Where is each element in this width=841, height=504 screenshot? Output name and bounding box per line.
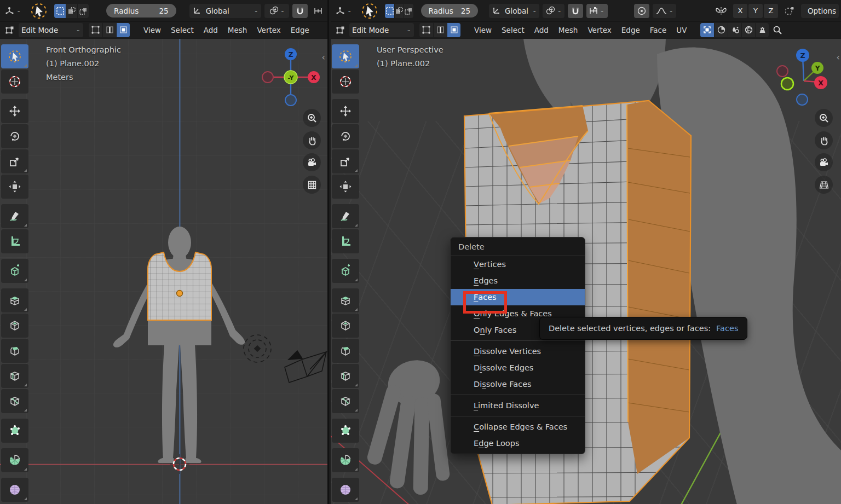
camera-view-button[interactable] <box>303 153 321 171</box>
edge-select-mode[interactable] <box>433 23 447 37</box>
search-button[interactable] <box>770 23 785 37</box>
edge-select-mode[interactable] <box>102 23 116 37</box>
proportional-editing-toggle[interactable] <box>634 4 649 18</box>
tool-move[interactable] <box>332 99 359 123</box>
tool-poly-build[interactable] <box>1 419 28 443</box>
tool-inset-faces[interactable] <box>1 314 28 338</box>
tool-knife[interactable] <box>332 389 359 413</box>
menu-mesh[interactable]: Mesh <box>554 24 583 37</box>
face-select-mode[interactable] <box>116 23 130 37</box>
mode-dropdown[interactable]: Edit Mode ⌄ <box>19 23 83 37</box>
symmetry-x-toggle[interactable]: X <box>733 4 747 18</box>
face-select-mode[interactable] <box>447 23 460 37</box>
sidebar-collapse-arrow[interactable]: ‹ <box>322 52 325 62</box>
menu-select[interactable]: Select <box>497 24 529 37</box>
select-mode-extend[interactable] <box>394 4 404 18</box>
editor-type-button[interactable]: ⌄ <box>333 4 354 18</box>
tool-rotate[interactable] <box>1 124 28 148</box>
editor-type-button[interactable]: ⌄ <box>2 4 24 18</box>
tool-extrude-region[interactable] <box>1 288 28 312</box>
tool-smooth[interactable] <box>1 478 28 502</box>
tool-rotate[interactable] <box>332 124 359 148</box>
tool-transform[interactable] <box>1 175 28 199</box>
pivot-point-dropdown[interactable]: ⌄ <box>264 4 289 18</box>
menu-add[interactable]: Add <box>199 24 223 37</box>
tool-spin[interactable] <box>1 448 28 472</box>
menu-select[interactable]: Select <box>166 24 199 37</box>
tool-knife[interactable] <box>1 389 28 413</box>
menu-vertex[interactable]: Vertex <box>583 24 616 37</box>
radius-slider[interactable]: Radius 25 <box>421 4 478 18</box>
snap-with-dropdown[interactable]: ⌄ <box>586 4 608 18</box>
menu-item-dissolve-vertices[interactable]: Dissolve Vertices <box>451 343 585 360</box>
menu-edge[interactable]: Edge <box>617 24 645 37</box>
select-mode-extend[interactable] <box>66 4 77 18</box>
editor-corner-button[interactable] <box>2 23 18 37</box>
tool-bevel[interactable] <box>1 339 28 363</box>
tool-tweak-select[interactable] <box>1 44 28 68</box>
menu-item-dissolve-edges[interactable]: Dissolve Edges <box>451 360 585 376</box>
menu-view[interactable]: View <box>139 24 166 37</box>
menu-uv[interactable]: UV <box>671 24 692 37</box>
snap-toggle-button[interactable] <box>292 4 308 18</box>
tool-move[interactable] <box>1 99 28 123</box>
tool-add-cube[interactable] <box>332 259 359 283</box>
symmetry-y-toggle[interactable]: Y <box>748 4 763 18</box>
transform-orientation-dropdown[interactable]: Global ⌄ <box>489 4 539 18</box>
perspective-toggle-button[interactable] <box>815 176 833 194</box>
menu-item-dissolve-faces[interactable]: Dissolve Faces <box>451 376 585 392</box>
menu-view[interactable]: View <box>469 24 497 37</box>
shading-wireframe[interactable] <box>714 23 728 37</box>
tool-inset-faces[interactable] <box>332 314 359 338</box>
menu-vertex[interactable]: Vertex <box>252 24 285 37</box>
active-tool-indicator[interactable] <box>358 4 382 18</box>
falloff-dropdown[interactable]: ⌄ <box>653 4 676 18</box>
zoom-button[interactable] <box>815 109 833 127</box>
menu-face[interactable]: Face <box>645 24 672 37</box>
navigation-gizmo[interactable]: Z Y X <box>769 49 834 114</box>
menu-item-edges[interactable]: Edges <box>451 273 585 289</box>
select-mode-new[interactable] <box>54 4 66 18</box>
shading-material[interactable] <box>741 23 755 37</box>
viewport-user-perspective[interactable]: User Perspective (1) Plane.002 Z Y X <box>331 39 841 504</box>
camera-view-button[interactable] <box>815 153 833 171</box>
tool-measure[interactable] <box>1 229 28 253</box>
tool-tweak-select[interactable] <box>332 44 359 68</box>
tool-cursor[interactable] <box>1 69 28 94</box>
shading-solid[interactable] <box>728 23 741 37</box>
tool-annotate[interactable] <box>1 204 28 228</box>
menu-item-faces[interactable]: Faces <box>451 289 585 305</box>
menu-item-limited-dissolve[interactable]: Limited Dissolve <box>451 397 585 414</box>
tool-loop-cut[interactable] <box>332 364 359 388</box>
active-tool-indicator[interactable] <box>27 4 51 18</box>
pan-button[interactable] <box>815 131 833 149</box>
transform-orientation-dropdown[interactable]: Global ⌄ <box>189 4 261 18</box>
select-mode-new[interactable] <box>385 4 394 18</box>
tool-poly-build[interactable] <box>332 419 359 443</box>
vertex-select-mode[interactable] <box>89 23 102 37</box>
tool-transform[interactable] <box>332 175 359 199</box>
menu-item-collapse-edges-faces[interactable]: Collapse Edges & Faces <box>451 419 585 435</box>
tool-measure[interactable] <box>332 229 359 253</box>
tool-extrude-region[interactable] <box>332 288 359 312</box>
snap-options-button[interactable] <box>781 4 798 18</box>
tool-spin[interactable] <box>332 448 359 472</box>
sidebar-collapse-arrow[interactable]: ‹ <box>837 52 840 62</box>
tool-loop-cut[interactable] <box>1 364 28 388</box>
shading-rendered[interactable] <box>755 23 769 37</box>
editor-corner-button[interactable] <box>333 23 348 37</box>
snap-with-dropdown[interactable] <box>311 4 325 18</box>
zoom-button[interactable] <box>303 109 321 127</box>
menu-item-vertices[interactable]: Vertices <box>451 256 585 273</box>
vertex-select-mode[interactable] <box>419 23 433 37</box>
navigation-gizmo[interactable]: Z X -Y <box>260 47 321 108</box>
select-mode-subtract[interactable] <box>404 4 413 18</box>
menu-add[interactable]: Add <box>529 24 554 37</box>
tool-scale[interactable] <box>332 149 359 173</box>
snap-toggle-button[interactable] <box>568 4 583 18</box>
mode-dropdown[interactable]: Edit Mode ⌄ <box>349 23 414 37</box>
tool-smooth[interactable] <box>332 478 359 502</box>
pivot-point-dropdown[interactable]: ⌄ <box>543 4 564 18</box>
symmetry-z-toggle[interactable]: Z <box>764 4 778 18</box>
menu-edge[interactable]: Edge <box>286 24 314 37</box>
